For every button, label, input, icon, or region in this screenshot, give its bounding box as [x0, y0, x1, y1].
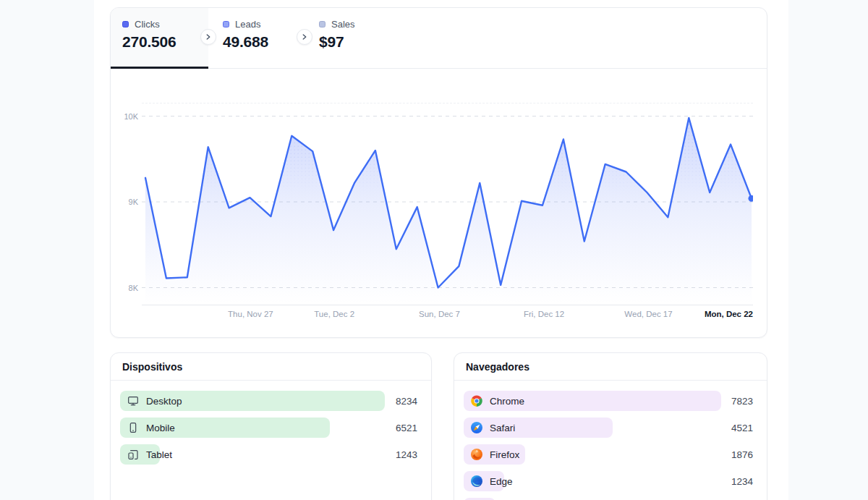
tab-label: Leads [235, 19, 260, 30]
x-axis-label: Sun, Dec 7 [419, 310, 460, 318]
row-label: Tablet [146, 449, 172, 460]
x-axis-label: Wed, Dec 17 [624, 310, 672, 318]
x-axis-label: Tue, Dec 2 [314, 310, 354, 318]
row-value: 8234 [396, 396, 421, 407]
row-label: Mobile [146, 423, 175, 433]
chevron-right-icon [203, 32, 213, 42]
x-axis-label: Mon, Dec 22 [705, 310, 753, 318]
y-axis-label: 8K [112, 282, 138, 294]
tablet-icon [127, 449, 139, 460]
dashboard-page: Clicks 270.506 Leads 49.688 Sales $97 [0, 0, 868, 500]
firefox-icon [471, 449, 482, 460]
tab-value: $97 [319, 33, 402, 51]
clicks-overview-card: Clicks 270.506 Leads 49.688 Sales $97 [110, 7, 767, 338]
tab-label: Clicks [135, 19, 160, 30]
stat-row: Mobile 6521 [120, 418, 421, 438]
row-label: Firefox [490, 449, 519, 460]
next-tab-button[interactable] [200, 29, 216, 45]
x-axis-label: Fri, Dec 12 [524, 310, 564, 318]
clicks-area-chart[interactable]: Thu, Nov 27Tue, Dec 2Sun, Dec 7Fri, Dec … [111, 68, 767, 337]
stat-row: Firefox 1876 [464, 444, 757, 465]
x-axis-line [142, 305, 753, 305]
next-tab-button[interactable] [297, 29, 312, 45]
tab-value: 270.506 [122, 33, 208, 51]
tab-label: Sales [331, 19, 355, 30]
row-label: Chrome [490, 396, 524, 407]
row-label: Edge [490, 476, 513, 487]
row-value: 1234 [731, 476, 757, 487]
card-header: Navegadores [454, 353, 767, 381]
row-value: 4521 [731, 423, 757, 433]
y-axis-label: 9K [112, 196, 138, 208]
row-value: 6521 [396, 423, 421, 433]
summary-tabs: Clicks 270.506 Leads 49.688 Sales $97 [111, 8, 767, 69]
tab-value: 49.688 [223, 33, 305, 51]
browsers-card: Navegadores Chrome 7823 Safari 4521 Fire… [454, 352, 767, 500]
desktop-icon [127, 395, 139, 407]
tab-clicks[interactable]: Clicks 270.506 [111, 8, 208, 68]
devices-card: Dispositivos Desktop 8234 Mobile 6521 Ta… [110, 352, 432, 500]
tab-sales[interactable]: Sales $97 [305, 8, 402, 68]
row-label: Desktop [146, 396, 182, 407]
sales-swatch-icon [319, 21, 326, 27]
y-axis-label: 10K [112, 111, 138, 122]
row-value: 7823 [731, 396, 757, 407]
chrome-icon [471, 395, 482, 407]
card-title: Navegadores [466, 361, 529, 373]
chart-plot[interactable] [142, 106, 753, 305]
row-value: 1243 [396, 449, 421, 460]
tab-leads[interactable]: Leads 49.688 [208, 8, 305, 68]
stat-row: Desktop 8234 [120, 391, 421, 411]
leads-swatch-icon [223, 21, 229, 27]
stat-row: Tablet 1243 [120, 444, 421, 465]
chart-top-border [142, 103, 753, 103]
clicks-swatch-icon [122, 21, 129, 27]
safari-icon [471, 422, 482, 433]
mobile-icon [127, 422, 139, 433]
stat-row: Safari 4521 [464, 418, 757, 438]
x-axis-labels: Thu, Nov 27Tue, Dec 2Sun, Dec 7Fri, Dec … [142, 310, 753, 321]
row-value: 1876 [731, 449, 757, 460]
x-axis-label: Thu, Nov 27 [228, 310, 273, 318]
stat-row: Edge 1234 [464, 471, 757, 491]
stat-row: Chrome 7823 [464, 391, 757, 411]
row-label: Safari [490, 423, 515, 433]
chevron-right-icon [299, 32, 310, 42]
card-header: Dispositivos [111, 353, 431, 381]
edge-icon [471, 475, 482, 487]
card-title: Dispositivos [122, 361, 182, 373]
